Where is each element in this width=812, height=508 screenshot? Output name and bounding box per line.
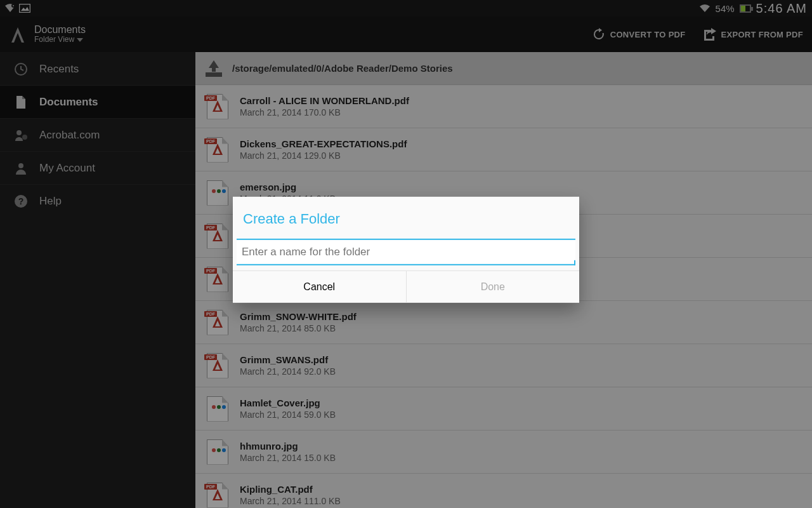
cancel-button[interactable]: Cancel [233,271,406,303]
folder-name-input[interactable] [237,239,575,265]
done-button[interactable]: Done [406,271,580,303]
create-folder-dialog: Create a Folder Cancel Done [233,197,579,303]
dialog-title: Create a Folder [233,197,579,239]
